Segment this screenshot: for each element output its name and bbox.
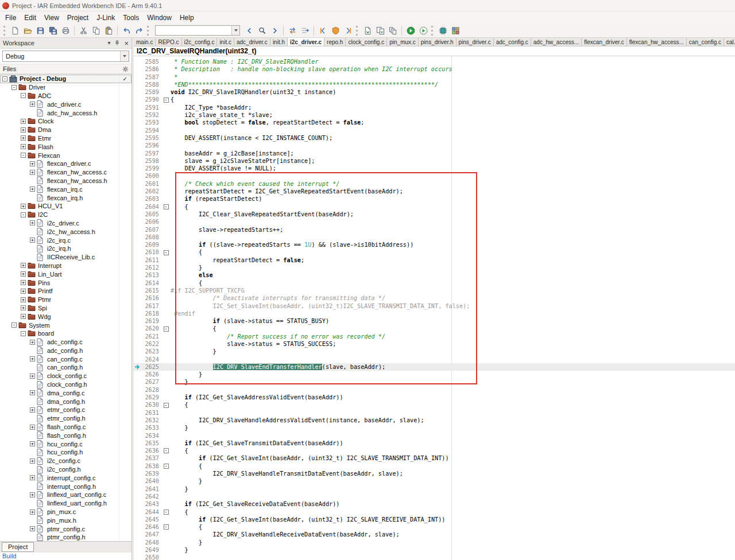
tree-item[interactable]: +interrupt_config.c: [0, 473, 131, 482]
code-line[interactable]: 2639 I2C_DRV_SlaveHandleTransmitDataEven…: [134, 470, 735, 477]
code-line[interactable]: 2628: [134, 386, 735, 394]
tree-item[interactable]: -Project - Debug✓: [0, 75, 131, 83]
expand-icon[interactable]: +: [21, 135, 26, 141]
expand-icon[interactable]: +: [30, 526, 35, 531]
expand-icon[interactable]: +: [30, 238, 35, 243]
tree-item[interactable]: +HCU_V1: [0, 202, 131, 211]
collapse-icon[interactable]: -: [11, 85, 17, 90]
tree-item[interactable]: +adc_driver.c: [0, 100, 131, 108]
code-line[interactable]: 2636- {: [134, 447, 735, 454]
tree-item[interactable]: i2c_hw_access.h: [0, 227, 131, 236]
redo-button[interactable]: [133, 25, 145, 36]
search-input[interactable]: [156, 26, 231, 35]
tab-clock-config-c[interactable]: clock_config.c: [346, 38, 387, 46]
expand-icon[interactable]: +: [21, 271, 26, 277]
new-file-button[interactable]: [9, 25, 21, 36]
fold-marker-icon[interactable]: -: [161, 447, 171, 454]
code-line[interactable]: 2633 }: [134, 424, 735, 431]
collapse-icon[interactable]: -: [11, 322, 17, 328]
code-line[interactable]: 2650: [134, 554, 735, 560]
compile-button[interactable]: [361, 25, 374, 36]
replace-button[interactable]: [286, 25, 299, 36]
expand-icon[interactable]: +: [30, 161, 35, 166]
code-line[interactable]: 2616 /* Deactivate interrupts for transm…: [134, 294, 735, 302]
expand-icon[interactable]: +: [30, 170, 35, 175]
expand-icon[interactable]: +: [30, 441, 35, 446]
undo-button[interactable]: [120, 25, 133, 36]
code-line[interactable]: 2618 #endif: [134, 310, 735, 317]
expand-icon[interactable]: +: [30, 102, 35, 107]
tree-item[interactable]: flexcan_hw_access.h: [0, 177, 131, 185]
flash-board-button[interactable]: [436, 25, 449, 36]
print-button[interactable]: [59, 25, 72, 36]
tree-item[interactable]: +Flash: [0, 142, 131, 151]
code-line[interactable]: 2648 }: [134, 539, 735, 546]
tree-item[interactable]: -I2C: [0, 211, 131, 219]
code-line[interactable]: 2644- {: [134, 508, 735, 516]
toolbar-grip[interactable]: [431, 26, 433, 36]
tree-item[interactable]: +Spi: [0, 304, 131, 313]
tab-repo-h[interactable]: repo.h: [324, 38, 346, 46]
tree-item[interactable]: +Etmr: [0, 134, 131, 143]
code-line[interactable]: 2615#if I2C_SUPPORT_TXCFG: [134, 287, 735, 294]
code-line[interactable]: 2593 bool stopDetect = false, repeatStar…: [134, 119, 735, 126]
toolbar-grip[interactable]: [147, 26, 149, 36]
fold-marker-icon[interactable]: -: [161, 523, 171, 531]
code-line[interactable]: 2612 }: [134, 264, 735, 271]
expand-icon[interactable]: +: [21, 127, 26, 133]
build-log-label[interactable]: Build: [0, 553, 131, 560]
code-line[interactable]: 2610- {: [134, 248, 735, 256]
find-next-button[interactable]: [268, 25, 281, 36]
code-line[interactable]: 2640 }: [134, 477, 735, 485]
expand-icon[interactable]: +: [30, 407, 35, 413]
board-config-button[interactable]: [449, 25, 462, 36]
copy-button[interactable]: [90, 25, 102, 36]
expand-icon[interactable]: +: [21, 314, 26, 319]
fold-marker-icon[interactable]: -: [161, 203, 171, 211]
expand-icon[interactable]: +: [30, 510, 35, 515]
code-line[interactable]: 2606: [134, 218, 735, 225]
code-line[interactable]: 2645 if (I2C_Get_SlaveInt(baseAddr, (uin…: [134, 516, 735, 523]
tree-item[interactable]: +hcu_config.c: [0, 440, 131, 448]
tree-item[interactable]: +i2c_irq.c: [0, 236, 131, 244]
collapse-icon[interactable]: -: [21, 331, 26, 336]
code-line[interactable]: 2646- {: [134, 523, 735, 531]
expand-icon[interactable]: +: [21, 289, 26, 294]
tree-item[interactable]: +clock_config.c: [0, 372, 131, 380]
tree-item[interactable]: +linflexd_uart_config.c: [0, 491, 131, 499]
code-line[interactable]: 2614 {: [134, 279, 735, 287]
tree-item[interactable]: -Flexcan: [0, 151, 131, 160]
tree-item[interactable]: +Wdg: [0, 312, 131, 321]
expand-icon[interactable]: +: [21, 280, 26, 285]
tree-item[interactable]: flash_config.h: [0, 431, 131, 440]
code-line[interactable]: 2600: [134, 172, 735, 180]
code-line[interactable]: 2624: [134, 356, 735, 363]
tree-item[interactable]: +Interrupt: [0, 262, 131, 270]
chevron-down-icon[interactable]: [120, 51, 129, 61]
tree-item[interactable]: +pin_mux.c: [0, 508, 131, 516]
fold-marker-icon[interactable]: -: [161, 462, 171, 470]
tree-item[interactable]: +can_config.c: [0, 355, 131, 363]
expand-icon[interactable]: +: [30, 425, 35, 430]
code-line[interactable]: 2597 baseAddr = g_i2cBase[instance];: [134, 150, 735, 157]
toggle-bookmark-button[interactable]: [329, 25, 342, 36]
code-line[interactable]: 2607 slave->repeatedStarts++;: [134, 226, 735, 234]
collapse-icon[interactable]: -: [21, 93, 26, 98]
tree-item[interactable]: i2c_config.h: [0, 465, 131, 474]
fold-marker-icon[interactable]: -: [161, 96, 171, 103]
expand-icon[interactable]: +: [30, 220, 35, 225]
code-editor[interactable]: 2585 * Function Name : I2C_DRV_SlaveIRQH…: [134, 56, 735, 560]
code-line[interactable]: 2622 slave->status = STATUS_SUCCESS;: [134, 340, 735, 348]
save-button[interactable]: [34, 25, 47, 36]
tab-i2c-config-c[interactable]: i2c_config.c: [182, 38, 218, 46]
tab-main-c[interactable]: main.c: [134, 38, 156, 46]
goto-line-button[interactable]: [299, 25, 311, 36]
expand-icon[interactable]: +: [21, 204, 26, 209]
code-line[interactable]: 2641 }: [134, 485, 735, 493]
code-line[interactable]: 2643 if (I2C_Get_SlaveReceiveDataEvent(b…: [134, 500, 735, 508]
code-line[interactable]: 2586 * Description : handle non-blocking…: [134, 65, 735, 73]
code-line[interactable]: 2629 if (I2C_Get_SlaveAddressValidEvent(…: [134, 394, 735, 401]
code-line[interactable]: 2631: [134, 409, 735, 417]
expand-icon[interactable]: +: [21, 305, 26, 310]
tree-item[interactable]: +etmr_config.c: [0, 406, 131, 414]
